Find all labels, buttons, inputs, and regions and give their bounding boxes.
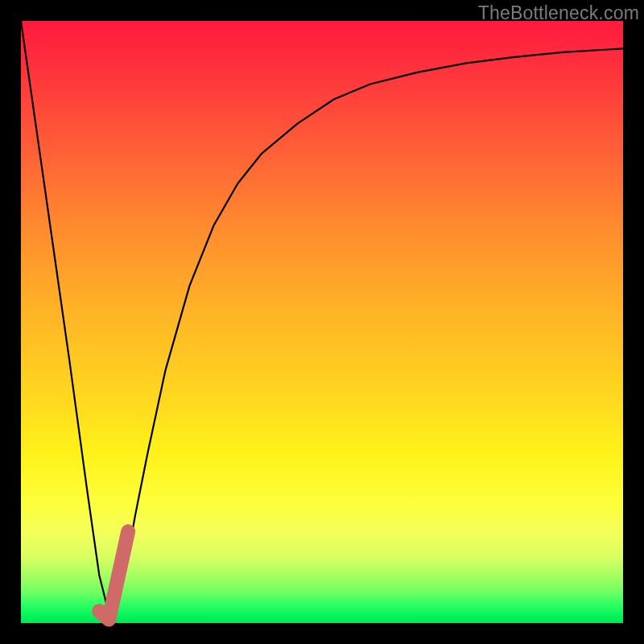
chart-svg [21,21,623,623]
series-group [21,21,623,623]
series-bottleneck-curve [21,21,623,623]
chart-stage: TheBottleneck.com [0,0,644,644]
series-check-mark [99,531,128,619]
watermark-text: TheBottleneck.com [478,2,639,24]
